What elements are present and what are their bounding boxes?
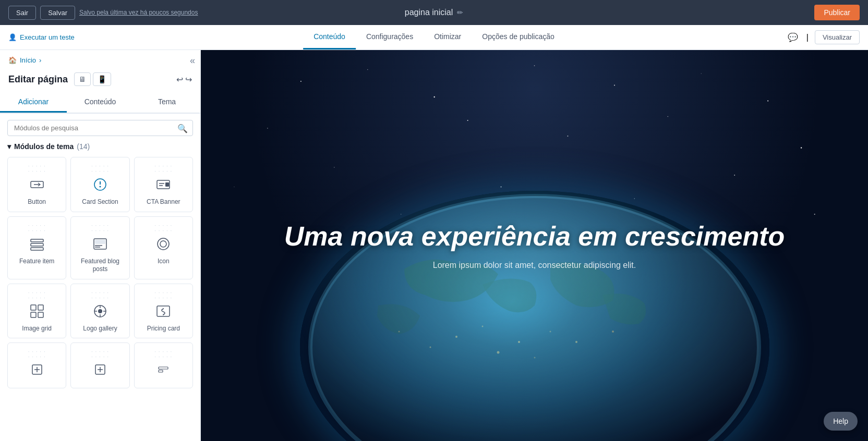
- svg-rect-10: [31, 243, 43, 246]
- svg-point-51: [668, 116, 669, 117]
- module-cta-banner-label: CTA Banner: [139, 198, 188, 206]
- svg-rect-18: [31, 305, 36, 310]
- tab-publicacao[interactable]: Opções de publicação: [472, 25, 565, 50]
- redo-button[interactable]: ↪: [185, 75, 192, 84]
- image-grid-icon: [12, 304, 62, 322]
- history-icons: ↩ ↪: [176, 75, 192, 84]
- svg-point-52: [801, 147, 802, 148]
- edit-icon[interactable]: ✏: [457, 8, 463, 17]
- mobile-view-button[interactable]: 📱: [93, 72, 111, 86]
- svg-rect-20: [31, 312, 36, 317]
- drag-handle: · · · · ·· · · · ·: [75, 223, 125, 234]
- drag-handle: · · · · ·· · · · ·: [139, 223, 188, 234]
- page-title: pagina inicial: [405, 8, 453, 17]
- modules-extra-grid: · · · · ·· · · · · · · · · ·· · · · ·: [7, 342, 193, 388]
- module-image-grid-label: Image grid: [12, 325, 62, 333]
- svg-point-40: [300, 81, 302, 82]
- hero-section: Uma nova experiência em crescimento Lore…: [201, 50, 868, 441]
- svg-point-58: [814, 214, 815, 215]
- tab-configuracoes[interactable]: Configurações: [356, 25, 424, 50]
- undo-button[interactable]: ↩: [176, 75, 183, 84]
- extra-icon-3: [139, 363, 188, 379]
- modules-header-label: Módulos de tema: [14, 142, 74, 151]
- comment-icon[interactable]: 💬: [786, 30, 800, 44]
- svg-point-23: [98, 309, 102, 313]
- top-bar: Sair Salvar Salvo pela última vez há pou…: [0, 0, 868, 25]
- cta-banner-icon: [139, 177, 188, 195]
- module-icon[interactable]: · · · · ·· · · · · Icon: [134, 216, 193, 279]
- drag-handle: · · · · ·· · · · ·: [12, 349, 62, 360]
- svg-point-53: [234, 187, 234, 187]
- help-button[interactable]: Help: [824, 412, 858, 431]
- drag-handle: · · · · ·· · · · ·: [75, 290, 125, 301]
- autosave-text: Salvo pela última vez há poucos segundos: [79, 9, 198, 16]
- nav-bar-right: 💬 | Visualizar: [786, 30, 860, 44]
- desktop-view-button[interactable]: 🖥: [74, 72, 91, 86]
- user-icon: 👤: [8, 33, 17, 41]
- sidebar-tab-tema[interactable]: Tema: [134, 92, 200, 113]
- svg-rect-9: [31, 239, 43, 242]
- svg-point-46: [767, 100, 768, 101]
- module-extra-3[interactable]: · · · · ·· · · · ·: [134, 342, 193, 388]
- svg-point-45: [701, 73, 702, 74]
- modules-grid: · · · · ·· · · · · Button · · · · ·· · ·…: [7, 157, 193, 338]
- modules-section: ▾ Módulos de tema (14) · · · · ·· · · · …: [0, 142, 200, 441]
- drag-handle: · · · · ·· · · · ·: [139, 290, 188, 301]
- search-button[interactable]: 🔍: [177, 123, 188, 133]
- module-extra-2[interactable]: · · · · ·· · · · ·: [70, 342, 129, 388]
- hero-title: Uma nova experiência em crescimento: [284, 221, 785, 252]
- hero-content: Uma nova experiência em crescimento Lore…: [253, 221, 816, 270]
- module-image-grid[interactable]: · · · · ·· · · · · Image grid: [7, 284, 66, 339]
- breadcrumb-sep: ›: [39, 56, 41, 64]
- test-label: Executar um teste: [20, 33, 75, 41]
- modules-extra-row: · · · · ·· · · · · · · · · ·· · · · ·: [7, 342, 193, 388]
- svg-rect-37: [159, 367, 168, 369]
- nav-bar: 👤 Executar um teste Conteúdo Configuraçõ…: [0, 25, 868, 50]
- extra-icon-1: [12, 363, 62, 379]
- module-cta-banner[interactable]: · · · · ·· · · · · CTA Banner: [134, 157, 193, 212]
- save-button[interactable]: Salvar: [40, 6, 75, 20]
- featured-blog-icon: [75, 237, 125, 254]
- breadcrumb-home[interactable]: Início: [20, 56, 36, 64]
- svg-point-50: [568, 136, 569, 137]
- module-card-section-label: Card Section: [75, 198, 125, 206]
- svg-point-47: [267, 128, 268, 129]
- drag-handle: · · · · ·· · · · ·: [139, 349, 188, 360]
- search-box: 🔍: [0, 114, 200, 142]
- svg-point-44: [614, 85, 615, 86]
- sidebar-tab-adicionar[interactable]: Adicionar: [0, 92, 67, 113]
- drag-handle: · · · · ·· · · · ·: [12, 290, 62, 301]
- drag-handle: · · · · ·· · · · ·: [139, 164, 188, 174]
- module-button[interactable]: · · · · ·· · · · · Button: [7, 157, 66, 212]
- publish-button[interactable]: Publicar: [814, 5, 860, 20]
- search-input[interactable]: [7, 120, 193, 136]
- test-link[interactable]: 👤 Executar um teste: [8, 33, 75, 41]
- module-pricing-card[interactable]: · · · · ·· · · · · Pricing card: [134, 284, 193, 339]
- module-logo-gallery[interactable]: · · · · ·· · · · · Logo gallery: [70, 284, 129, 339]
- sidebar-title-text: Editar página: [8, 74, 68, 85]
- visualizar-button[interactable]: Visualizar: [815, 30, 860, 44]
- module-feature-item-label: Feature item: [12, 258, 62, 266]
- sidebar-tab-conteudo[interactable]: Conteúdo: [67, 92, 134, 113]
- module-featured-blog-posts-label: Featured blog posts: [75, 258, 125, 274]
- exit-button[interactable]: Sair: [8, 6, 36, 20]
- module-feature-item[interactable]: · · · · ·· · · · · Feature item: [7, 216, 66, 279]
- tab-otimizar[interactable]: Otimizar: [424, 25, 472, 50]
- chevron-down-icon: ▾: [7, 142, 11, 151]
- sidebar-title: Editar página 🖥 📱 ↩ ↪: [0, 70, 200, 92]
- svg-point-43: [534, 65, 535, 66]
- nav-tabs: Conteúdo Configurações Otimizar Opções d…: [303, 25, 565, 50]
- modules-count: (14): [77, 142, 90, 151]
- module-extra-1[interactable]: · · · · ·· · · · ·: [7, 342, 66, 388]
- svg-point-17: [160, 241, 166, 247]
- modules-header[interactable]: ▾ Módulos de tema (14): [7, 142, 193, 151]
- svg-point-16: [158, 238, 169, 250]
- main-layout: « 🏠 Início › Editar página 🖥 📱 ↩ ↪ Adici…: [0, 50, 868, 441]
- card-section-icon: [75, 177, 125, 195]
- tab-conteudo[interactable]: Conteúdo: [303, 25, 356, 50]
- sidebar-collapse-button[interactable]: «: [190, 55, 195, 66]
- device-icons: 🖥 📱: [74, 72, 111, 86]
- sidebar-tabs: Adicionar Conteúdo Tema: [0, 92, 200, 114]
- module-featured-blog-posts[interactable]: · · · · ·· · · · · Featured blog posts: [70, 216, 129, 279]
- module-card-section[interactable]: · · · · ·· · · · · Card Section: [70, 157, 129, 212]
